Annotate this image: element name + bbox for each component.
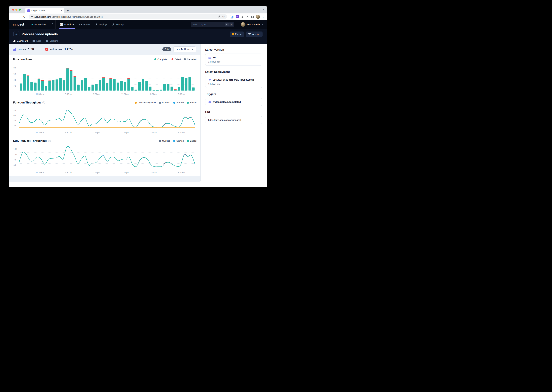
svg-text:3:30am: 3:30am (150, 131, 157, 134)
environment-select[interactable]: Production (28, 20, 55, 29)
search-input[interactable]: Search by ID... ⌘ K (191, 22, 234, 27)
pause-label: Pause (235, 33, 242, 35)
nav-deploys[interactable]: Deploys (95, 20, 108, 29)
legend-label: Queued (162, 101, 170, 104)
url-card: https://my-app.com/api/inngest (205, 116, 262, 124)
new-tab-button[interactable]: + (67, 9, 69, 13)
minimize-window-button[interactable] (15, 9, 17, 11)
latest-deployment-card[interactable]: 5141387e-35c2-4efe-a421-4843b86258dc 14 … (205, 76, 262, 88)
cmd-key-badge: ⌘ (225, 22, 229, 26)
url-host: app.inngest.com (34, 16, 51, 18)
page-header: <> Process video uploads Pause Archive D… (9, 29, 267, 44)
svg-text:35: 35 (14, 164, 16, 167)
stats-bar: Volume 1.3K ✕ Failure rate 1.20% Beta La… (9, 44, 200, 55)
onepassword-extension-icon[interactable] (230, 15, 233, 19)
svg-text:9:00am: 9:00am (178, 93, 185, 95)
info-icon[interactable]: i (48, 140, 51, 142)
main-nav: <> Functions Events Deploys Manage (56, 20, 124, 29)
trigger-value: video/upload.completed (213, 101, 241, 103)
bookmark-star-icon[interactable]: ☆ (222, 15, 225, 19)
legend-label: Completed (157, 58, 168, 61)
folder-icon (208, 56, 211, 59)
info-icon[interactable]: i (42, 101, 45, 104)
legend-started: Started (173, 101, 184, 104)
svg-text:9:00am: 9:00am (178, 171, 185, 174)
svg-text:11:30am: 11:30am (36, 93, 44, 95)
legend-swatch (135, 102, 137, 104)
window-controls (12, 9, 21, 11)
user-menu[interactable]: Dan Farrelly (238, 20, 263, 29)
browser-menu-icon[interactable]: ⋮ (262, 15, 265, 18)
inngest-favicon-icon (27, 9, 30, 12)
page-tabs: Dashboard Logs Versions (14, 40, 262, 44)
reload-button[interactable]: ↻ (22, 15, 26, 19)
tab-dashboard[interactable]: Dashboard (14, 40, 28, 44)
downloads-icon[interactable] (246, 15, 249, 18)
function-runs-title: Function Runs (13, 58, 32, 61)
browser-tab[interactable]: Inngest Cloud ✕ (25, 8, 64, 14)
nav-events[interactable]: Events (79, 20, 90, 29)
legend-label: Canceled (187, 58, 196, 61)
purple-extension-icon[interactable] (236, 15, 239, 18)
legend-label: Concurrency Limit (138, 101, 156, 104)
chevron-down-icon (192, 49, 194, 50)
latest-deployment-heading: Latest Deployment (205, 70, 262, 73)
rocket-icon (208, 78, 211, 81)
svg-text:3:30am: 3:30am (150, 93, 157, 95)
function-icon: <> (14, 31, 19, 37)
svg-text:3:30am: 3:30am (150, 171, 157, 174)
extensions-puzzle-icon[interactable] (241, 15, 244, 18)
svg-text:11:30pm: 11:30pm (121, 93, 129, 95)
tab-search-chevron-icon[interactable]: ⌄ (262, 8, 264, 10)
nav-functions[interactable]: <> Functions (60, 20, 75, 29)
url-path: /env/production/functions/growth-webapp-… (52, 16, 217, 18)
sdk-throughput-chart: 357010514011:30am3:30pm7:30pm11:30pm3:30… (13, 144, 196, 175)
legend-label: Ended (190, 101, 196, 104)
page-title: Process video uploads (22, 32, 58, 36)
svg-text:9:00am: 9:00am (178, 131, 185, 134)
zoom-window-button[interactable] (19, 9, 21, 11)
env-label: Production (35, 23, 46, 26)
user-name: Dan Farrelly (247, 23, 260, 26)
volume-label: Volume (18, 48, 26, 51)
archive-button[interactable]: Archive (246, 32, 262, 37)
legend-completed: Completed (154, 58, 168, 61)
tab-versions[interactable]: Versions (46, 40, 58, 44)
address-bar[interactable]: app.inngest.com /env/production/function… (29, 14, 227, 19)
legend-label: Ended (190, 140, 196, 142)
tab-label: Versions (50, 40, 58, 42)
legend-swatch (184, 58, 186, 60)
svg-text:140: 140 (14, 148, 17, 150)
tab-strip: Inngest Cloud ✕ + ⌄ (9, 6, 267, 14)
volume-stat: Volume 1.3K (14, 48, 34, 51)
back-button[interactable]: ← (11, 15, 16, 18)
inngest-logo[interactable]: inngest (13, 20, 28, 29)
tab-logs[interactable]: Logs (32, 40, 41, 44)
pause-button[interactable]: Pause (230, 32, 244, 37)
legend-label: Started (176, 101, 184, 104)
env-status-dot (32, 24, 33, 25)
browser-profile-avatar[interactable] (256, 15, 260, 19)
event-trigger-icon (208, 101, 211, 103)
sidebar-panel-icon[interactable] (251, 16, 254, 18)
folder-icon (46, 40, 48, 42)
svg-text:20: 20 (14, 85, 16, 87)
legend-queued: Queued (159, 140, 170, 142)
share-icon[interactable] (218, 15, 221, 18)
archive-label: Archive (252, 33, 260, 35)
browser-toolbar: ← → ↻ app.inngest.com /env/production/fu… (9, 14, 267, 20)
trigger-card[interactable]: video/upload.completed (205, 98, 262, 106)
legend-swatch (173, 140, 175, 142)
nav-label: Deploys (99, 23, 108, 26)
failure-x-icon: ✕ (45, 48, 48, 51)
svg-text:70: 70 (14, 159, 16, 161)
function-runs-section: Function Runs Completed Failed Canceled … (9, 55, 200, 98)
legend-swatch (187, 140, 189, 142)
details-sidebar: Latest Version 39 14 days ago Latest Dep… (200, 44, 267, 181)
tab-close-icon[interactable]: ✕ (61, 9, 62, 12)
time-range-dropdown[interactable]: Last 24 Hours (173, 46, 196, 52)
legend-started: Started (173, 140, 184, 142)
nav-manage[interactable]: Manage (112, 20, 124, 29)
legend-swatch (159, 102, 161, 104)
close-window-button[interactable] (12, 9, 14, 11)
